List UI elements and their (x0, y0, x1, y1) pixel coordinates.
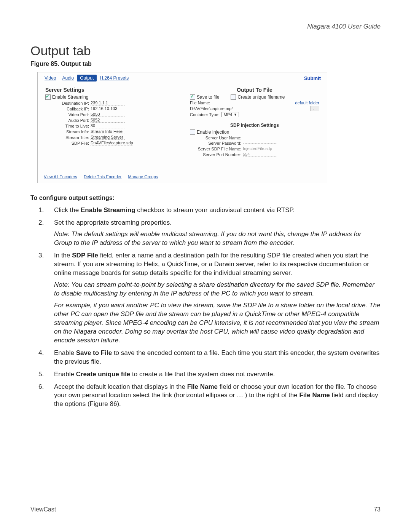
step-6: Accept the default location that display… (46, 383, 381, 409)
server-port-label: Server Port Number: (190, 152, 243, 157)
step-1: Click the Enable Streaming checkbox to s… (46, 206, 381, 215)
save-to-file-checkbox[interactable] (190, 94, 195, 100)
dest-ip-field[interactable]: 239.1.1.1 (91, 101, 125, 105)
footer-brand: ViewCast (30, 506, 56, 513)
sdp-injection-heading: SDP Injection Settings (190, 123, 319, 128)
server-sdp-name-field[interactable]: InjectedFile.sdp (243, 146, 277, 151)
create-unique-label: Create unique filename (237, 94, 285, 100)
chevron-down-icon: ▼ (234, 113, 237, 117)
callback-ip-label: Callback IP: (45, 107, 91, 111)
tab-video[interactable]: Video (41, 75, 59, 81)
audio-port-field[interactable]: 5052 (91, 118, 125, 123)
server-settings-heading: Server Settings (45, 87, 175, 93)
server-password-field[interactable] (243, 143, 277, 144)
file-name-label: File Name: (190, 101, 210, 105)
header-guide: Niagara 4100 User Guide (30, 23, 381, 30)
enable-streaming-label: Enable Streaming (52, 94, 88, 100)
sdp-file-field[interactable]: D:\AVFiles\capture.sdp (91, 141, 133, 145)
step-3-note-1: Note: You can stream point-to-point by s… (54, 281, 381, 298)
output-tab-screenshot: Video Audio Output H.264 Presets Submit … (37, 72, 327, 183)
manage-groups-link[interactable]: Manage Groups (128, 174, 158, 179)
step-3-note-2: For example, if you want another PC to v… (54, 301, 381, 345)
container-type-value: MP4 (223, 112, 232, 117)
output-to-file-heading: Output To File (190, 87, 319, 93)
enable-streaming-checkbox[interactable] (45, 94, 51, 100)
stream-title-field[interactable]: Streaming Server (91, 135, 125, 140)
server-port-field[interactable]: 554 (243, 152, 277, 157)
ttl-label: Time to Live: (45, 124, 91, 128)
stream-title-label: Stream Title: (45, 135, 91, 140)
enable-injection-checkbox[interactable] (190, 129, 195, 135)
audio-port-label: Audio Port: (45, 118, 91, 123)
step-2-note: Note: The default settings will enable m… (54, 230, 381, 248)
callback-ip-field[interactable]: 192.16.10.103 (91, 106, 125, 111)
video-port-field[interactable]: 5050 (91, 112, 125, 117)
submit-button[interactable]: Submit (304, 75, 323, 81)
instructions-lead: To configure output settings: (30, 194, 381, 202)
step-5: Enable Create unique file to create a fi… (46, 370, 381, 379)
tab-h264-presets[interactable]: H.264 Presets (97, 75, 132, 81)
step-2: Set the appropriate streaming properties… (46, 219, 381, 248)
save-to-file-label: Save to file (197, 94, 219, 100)
stream-info-field[interactable]: Stream Info Here. (91, 129, 125, 134)
tab-audio[interactable]: Audio (59, 75, 77, 81)
ttl-field[interactable]: 30 (91, 123, 125, 128)
instructions: To configure output settings: Click the … (30, 194, 381, 409)
delete-encoder-link[interactable]: Delete This Encoder (84, 174, 121, 179)
container-type-label: Container Type: (190, 112, 219, 117)
dest-ip-label: Destination IP: (45, 101, 91, 105)
container-type-select[interactable]: MP4 ▼ (221, 112, 239, 117)
footer-page-number: 73 (374, 506, 381, 513)
enable-injection-label: Enable Injection (197, 129, 229, 135)
create-unique-checkbox[interactable] (231, 94, 236, 100)
page-title: Output tab (30, 43, 381, 58)
tab-output[interactable]: Output (77, 75, 97, 81)
sdp-file-label: SDP File: (45, 141, 91, 145)
view-all-encoders-link[interactable]: View All Encoders (44, 174, 77, 179)
server-user-label: Server User Name: (190, 136, 243, 140)
video-port-label: Video Port: (45, 112, 91, 117)
file-name-value: D:\AVFiles\capture.mp4 (190, 106, 308, 111)
server-sdp-name-label: Server SDP File Name: (190, 147, 243, 151)
server-password-label: Server Password: (190, 141, 243, 145)
step-4: Enable Save to File to save the encoded … (46, 349, 381, 366)
browse-button[interactable]: ... (311, 106, 319, 111)
server-user-field[interactable] (243, 138, 277, 138)
step-3: In the SDP File field, enter a name and … (46, 251, 381, 345)
stream-info-label: Stream Info: (45, 129, 91, 134)
default-folder-link[interactable]: default folder (295, 101, 319, 105)
figure-caption: Figure 85. Output tab (30, 61, 381, 67)
